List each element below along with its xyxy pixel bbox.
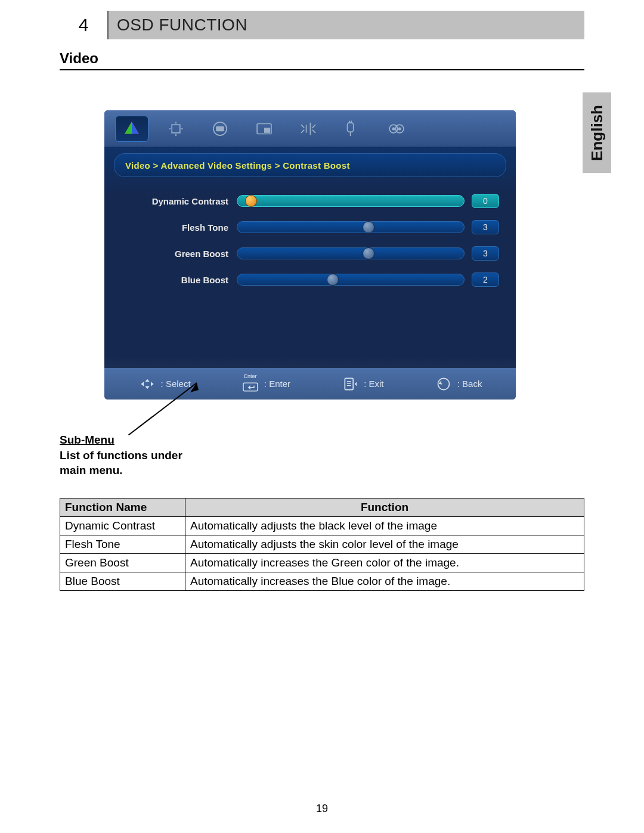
sub-menu-line2: main menu.: [60, 464, 123, 476]
svg-point-12: [398, 127, 401, 130]
osd-body: Dynamic Contrast 0 Flesh Tone 3 Green Bo…: [104, 177, 516, 293]
footer-back-label: : Back: [457, 379, 482, 389]
svg-rect-5: [216, 126, 224, 131]
slider-thumb[interactable]: [245, 195, 257, 207]
slider-value: 3: [472, 246, 499, 261]
footer-enter-label: : Enter: [264, 379, 290, 389]
table-row: Dynamic Contrast Automatically adjusts t…: [60, 517, 584, 535]
slider-value: 3: [472, 220, 499, 234]
cell-desc: Automatically adjusts the skin color lev…: [185, 535, 584, 554]
cell-desc: Automatically adjusts the black level of…: [185, 517, 584, 535]
cell-desc: Automatically increases the Green color …: [185, 554, 584, 572]
slider-value: 0: [472, 194, 499, 208]
dpad-icon: [138, 376, 156, 392]
slider-row[interactable]: Flesh Tone 3: [121, 214, 499, 240]
power-icon[interactable]: [336, 116, 369, 142]
slider-row[interactable]: Blue Boost 2: [121, 267, 499, 293]
table-row: Flesh Tone Automatically adjusts the ski…: [60, 535, 584, 554]
function-table: Function Name Function Dynamic Contrast …: [60, 498, 584, 591]
osd-topbar: [104, 110, 516, 147]
back-icon: [435, 376, 453, 392]
footer-back: : Back: [435, 376, 482, 392]
table-header-row: Function Name Function: [60, 498, 584, 517]
svg-point-11: [392, 127, 395, 130]
cell-name: Green Boost: [60, 554, 185, 572]
section-heading: Video: [60, 50, 584, 70]
page-number: 19: [0, 803, 644, 815]
svg-rect-8: [348, 122, 354, 131]
slider-track[interactable]: [237, 247, 465, 259]
slider-label: Green Boost: [121, 249, 228, 259]
language-tab-label: English: [588, 105, 606, 161]
osd-screenshot: Video > Advanced Video Settings > Contra…: [104, 110, 516, 400]
display-icon[interactable]: [159, 116, 193, 142]
pip-icon[interactable]: [247, 116, 281, 142]
chapter-header: 4 OSD FUNCTION: [60, 11, 584, 39]
slider-track[interactable]: [237, 195, 465, 207]
slider-label: Dynamic Contrast: [121, 196, 228, 206]
col-function-desc: Function: [185, 498, 584, 517]
slider-thumb[interactable]: [363, 221, 374, 233]
chapter-title: OSD FUNCTION: [109, 11, 584, 39]
osd-footer: : Select Enter : Enter : Exit : Back: [104, 367, 516, 400]
cell-name: Flesh Tone: [60, 535, 185, 554]
cell-name: Blue Boost: [60, 572, 185, 591]
enter-icon: [242, 379, 259, 395]
slider-row[interactable]: Dynamic Contrast 0: [121, 188, 499, 214]
slider-label: Flesh Tone: [121, 222, 228, 233]
sub-menu-line1: List of functions under: [60, 449, 182, 462]
slider-value: 2: [472, 272, 499, 287]
sub-menu-note: Sub-Menu List of functions under main me…: [60, 432, 182, 478]
sub-menu-title: Sub-Menu: [60, 433, 114, 446]
channel-icon[interactable]: [203, 116, 237, 142]
table-row: Green Boost Automatically increases the …: [60, 554, 584, 572]
footer-exit-label: : Exit: [364, 379, 383, 389]
footer-select-label: : Select: [161, 379, 191, 389]
footer-select: : Select: [138, 376, 191, 392]
cell-name: Dynamic Contrast: [60, 517, 185, 535]
svg-marker-2: [125, 122, 132, 134]
svg-marker-1: [132, 122, 139, 134]
slider-track[interactable]: [237, 274, 465, 286]
svg-rect-3: [172, 125, 180, 133]
cell-desc: Automatically increases the Blue color o…: [185, 572, 584, 591]
slider-thumb[interactable]: [363, 247, 374, 259]
language-tab: English: [583, 92, 611, 173]
video-icon[interactable]: [115, 116, 148, 142]
table-row: Blue Boost Automatically increases the B…: [60, 572, 584, 591]
footer-enter-small: Enter: [244, 373, 257, 379]
audio-icon[interactable]: [292, 116, 325, 142]
footer-exit: : Exit: [341, 376, 383, 392]
slider-label: Blue Boost: [121, 275, 228, 285]
slider-row[interactable]: Green Boost 3: [121, 240, 499, 267]
svg-rect-14: [345, 378, 354, 389]
slider-track[interactable]: [237, 221, 465, 233]
osd-breadcrumb: Video > Advanced Video Settings > Contra…: [114, 153, 506, 177]
slider-thumb[interactable]: [327, 274, 339, 286]
settings-icon[interactable]: [380, 116, 413, 142]
exit-icon: [341, 376, 359, 392]
col-function-name: Function Name: [60, 498, 185, 517]
chapter-number: 4: [60, 11, 109, 39]
footer-enter: Enter : Enter: [242, 373, 290, 395]
svg-rect-7: [264, 128, 270, 133]
